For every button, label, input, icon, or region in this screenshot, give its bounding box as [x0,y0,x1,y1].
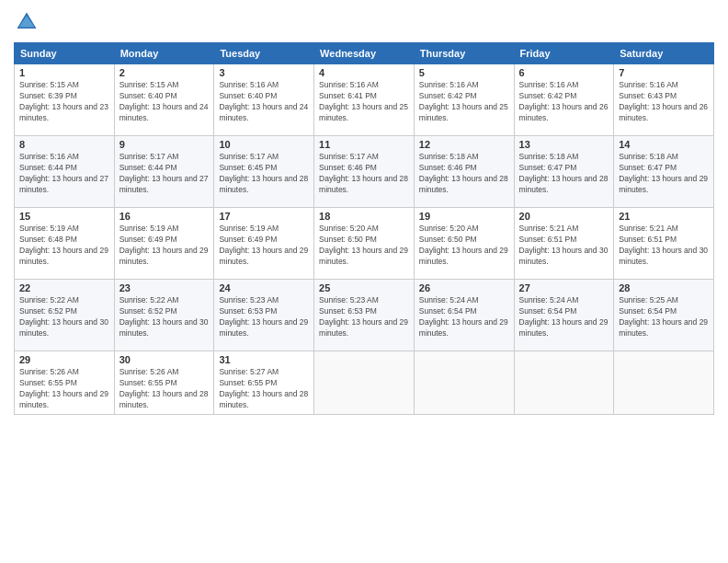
col-friday: Friday [514,43,614,64]
day-number: 13 [519,139,609,150]
day-number: 30 [119,354,210,365]
table-row: 15 Sunrise: 5:19 AM Sunset: 6:48 PM Dayl… [15,208,115,280]
day-info: Sunrise: 5:25 AM Sunset: 6:54 PM Dayligh… [619,295,709,339]
day-info: Sunrise: 5:20 AM Sunset: 6:50 PM Dayligh… [319,224,409,268]
day-number: 12 [419,139,509,150]
day-number: 31 [219,354,309,365]
day-info: Sunrise: 5:20 AM Sunset: 6:50 PM Dayligh… [419,224,509,268]
table-row: 16 Sunrise: 5:19 AM Sunset: 6:49 PM Dayl… [114,208,214,280]
day-info: Sunrise: 5:17 AM Sunset: 6:45 PM Dayligh… [219,152,309,196]
day-info: Sunrise: 5:24 AM Sunset: 6:54 PM Dayligh… [419,295,509,339]
col-saturday: Saturday [614,43,714,64]
table-row: 2 Sunrise: 5:15 AM Sunset: 6:40 PM Dayli… [114,64,214,136]
day-info: Sunrise: 5:16 AM Sunset: 6:42 PM Dayligh… [519,80,609,124]
table-row: 27 Sunrise: 5:24 AM Sunset: 6:54 PM Dayl… [514,280,614,351]
page-container: Sunday Monday Tuesday Wednesday Thursday… [0,0,728,563]
logo [14,9,43,35]
col-tuesday: Tuesday [214,43,314,64]
table-row: 20 Sunrise: 5:21 AM Sunset: 6:51 PM Dayl… [514,208,614,280]
table-row [614,351,714,415]
day-number: 17 [219,211,309,222]
day-number: 10 [219,139,309,150]
day-number: 8 [19,139,109,150]
table-row: 8 Sunrise: 5:16 AM Sunset: 6:44 PM Dayli… [15,136,115,208]
day-number: 4 [319,67,409,78]
table-row: 19 Sunrise: 5:20 AM Sunset: 6:50 PM Dayl… [414,208,514,280]
table-row: 9 Sunrise: 5:17 AM Sunset: 6:44 PM Dayli… [114,136,214,208]
col-monday: Monday [114,43,214,64]
day-info: Sunrise: 5:16 AM Sunset: 6:40 PM Dayligh… [219,80,309,124]
table-row [314,351,415,415]
day-info: Sunrise: 5:26 AM Sunset: 6:55 PM Dayligh… [19,367,109,411]
calendar-table: Sunday Monday Tuesday Wednesday Thursday… [14,42,714,415]
day-number: 22 [19,282,109,293]
day-info: Sunrise: 5:18 AM Sunset: 6:47 PM Dayligh… [519,152,609,196]
day-info: Sunrise: 5:27 AM Sunset: 6:55 PM Dayligh… [219,367,309,411]
day-number: 16 [119,211,210,222]
day-info: Sunrise: 5:15 AM Sunset: 6:40 PM Dayligh… [119,80,210,124]
header [14,9,714,35]
table-row: 4 Sunrise: 5:16 AM Sunset: 6:41 PM Dayli… [314,64,415,136]
day-info: Sunrise: 5:16 AM Sunset: 6:41 PM Dayligh… [319,80,409,124]
day-number: 20 [519,211,609,222]
table-row: 23 Sunrise: 5:22 AM Sunset: 6:52 PM Dayl… [114,280,214,351]
table-row: 6 Sunrise: 5:16 AM Sunset: 6:42 PM Dayli… [514,64,614,136]
day-info: Sunrise: 5:18 AM Sunset: 6:47 PM Dayligh… [619,152,709,196]
day-number: 14 [619,139,709,150]
table-row: 22 Sunrise: 5:22 AM Sunset: 6:52 PM Dayl… [15,280,115,351]
day-number: 18 [319,211,409,222]
day-info: Sunrise: 5:22 AM Sunset: 6:52 PM Dayligh… [19,295,109,339]
day-number: 19 [419,211,509,222]
table-row: 21 Sunrise: 5:21 AM Sunset: 6:51 PM Dayl… [614,208,714,280]
table-row: 24 Sunrise: 5:23 AM Sunset: 6:53 PM Dayl… [214,280,314,351]
col-thursday: Thursday [414,43,514,64]
day-info: Sunrise: 5:24 AM Sunset: 6:54 PM Dayligh… [519,295,609,339]
day-number: 23 [119,282,210,293]
day-info: Sunrise: 5:18 AM Sunset: 6:46 PM Dayligh… [419,152,509,196]
day-info: Sunrise: 5:17 AM Sunset: 6:46 PM Dayligh… [319,152,409,196]
table-row [514,351,614,415]
col-sunday: Sunday [15,43,115,64]
col-wednesday: Wednesday [314,43,415,64]
day-info: Sunrise: 5:16 AM Sunset: 6:44 PM Dayligh… [19,152,109,196]
day-info: Sunrise: 5:19 AM Sunset: 6:49 PM Dayligh… [219,224,309,268]
day-number: 26 [419,282,509,293]
day-number: 25 [319,282,409,293]
table-row: 30 Sunrise: 5:26 AM Sunset: 6:55 PM Dayl… [114,351,214,415]
table-row: 17 Sunrise: 5:19 AM Sunset: 6:49 PM Dayl… [214,208,314,280]
day-info: Sunrise: 5:15 AM Sunset: 6:39 PM Dayligh… [19,80,109,124]
table-row: 11 Sunrise: 5:17 AM Sunset: 6:46 PM Dayl… [314,136,415,208]
day-info: Sunrise: 5:21 AM Sunset: 6:51 PM Dayligh… [619,224,709,268]
table-row: 3 Sunrise: 5:16 AM Sunset: 6:40 PM Dayli… [214,64,314,136]
day-number: 21 [619,211,709,222]
day-info: Sunrise: 5:26 AM Sunset: 6:55 PM Dayligh… [119,367,210,411]
day-number: 6 [519,67,609,78]
table-row: 10 Sunrise: 5:17 AM Sunset: 6:45 PM Dayl… [214,136,314,208]
table-row: 13 Sunrise: 5:18 AM Sunset: 6:47 PM Dayl… [514,136,614,208]
day-number: 2 [119,67,210,78]
day-info: Sunrise: 5:22 AM Sunset: 6:52 PM Dayligh… [119,295,210,339]
day-number: 3 [219,67,309,78]
table-row [414,351,514,415]
day-number: 28 [619,282,709,293]
table-row: 31 Sunrise: 5:27 AM Sunset: 6:55 PM Dayl… [214,351,314,415]
table-row: 18 Sunrise: 5:20 AM Sunset: 6:50 PM Dayl… [314,208,415,280]
day-number: 24 [219,282,309,293]
day-info: Sunrise: 5:21 AM Sunset: 6:51 PM Dayligh… [519,224,609,268]
day-number: 11 [319,139,409,150]
day-number: 27 [519,282,609,293]
table-row: 26 Sunrise: 5:24 AM Sunset: 6:54 PM Dayl… [414,280,514,351]
table-row: 7 Sunrise: 5:16 AM Sunset: 6:43 PM Dayli… [614,64,714,136]
logo-icon [14,9,40,35]
day-info: Sunrise: 5:17 AM Sunset: 6:44 PM Dayligh… [119,152,210,196]
day-info: Sunrise: 5:23 AM Sunset: 6:53 PM Dayligh… [219,295,309,339]
table-row: 1 Sunrise: 5:15 AM Sunset: 6:39 PM Dayli… [15,64,115,136]
table-row: 29 Sunrise: 5:26 AM Sunset: 6:55 PM Dayl… [15,351,115,415]
day-info: Sunrise: 5:19 AM Sunset: 6:49 PM Dayligh… [119,224,210,268]
day-info: Sunrise: 5:19 AM Sunset: 6:48 PM Dayligh… [19,224,109,268]
day-number: 29 [19,354,109,365]
day-number: 15 [19,211,109,222]
day-number: 7 [619,67,709,78]
day-info: Sunrise: 5:16 AM Sunset: 6:42 PM Dayligh… [419,80,509,124]
day-number: 1 [19,67,109,78]
